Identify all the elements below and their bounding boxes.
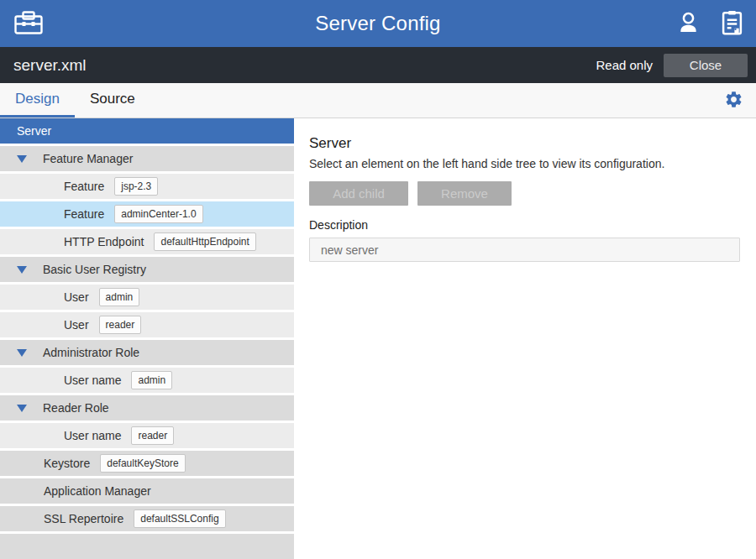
tab-design[interactable]: Design <box>0 83 75 118</box>
detail-instruction: Select an element on the left hand side … <box>309 157 740 170</box>
tree-item-badge: adminCenter-1.0 <box>114 205 202 223</box>
tree-items: Feature ManagerFeaturejsp-2.3Featureadmi… <box>0 146 294 531</box>
tab-bar: Design Source <box>0 83 756 118</box>
tree-item-ssl-repertoire-defaultsslconfig[interactable]: SSL RepertoiredefaultSSLConfig <box>0 506 294 531</box>
user-button[interactable] <box>677 11 700 37</box>
tree-item-user-admin[interactable]: Useradmin <box>0 285 294 310</box>
read-only-label: Read only <box>596 58 653 72</box>
tree-item-label: User name <box>64 374 121 387</box>
collapse-triangle-icon[interactable] <box>17 266 27 274</box>
tree-item-label: Feature <box>64 207 104 221</box>
description-label: Description <box>309 218 740 232</box>
tree-item-feature-jsp-2.3[interactable]: Featurejsp-2.3 <box>0 174 294 199</box>
add-child-button[interactable]: Add child <box>309 181 408 206</box>
tree-item-basic-user-registry[interactable]: Basic User Registry <box>0 257 294 282</box>
settings-button[interactable] <box>724 83 743 118</box>
tree-item-label: User <box>64 318 89 332</box>
tree-item-label: User name <box>64 429 121 442</box>
tree-item-administrator-role[interactable]: Administrator Role <box>0 340 294 365</box>
tree-item-label: Feature Manager <box>43 152 133 165</box>
toolbox-button[interactable] <box>13 9 44 39</box>
config-tree: Server Feature ManagerFeaturejsp-2.3Feat… <box>0 118 294 559</box>
tree-item-badge: defaultKeyStore <box>100 454 185 473</box>
app-header: Server Config <box>0 0 756 47</box>
file-bar: server.xml Read only Close <box>0 47 756 83</box>
tree-item-http-endpoint-defaulthttpendpoint[interactable]: HTTP EndpointdefaultHttpEndpoint <box>0 229 294 254</box>
tree-item-user-name-admin[interactable]: User nameadmin <box>0 368 294 393</box>
tree-item-keystore-defaultkeystore[interactable]: KeystoredefaultKeyStore <box>0 451 294 476</box>
tree-item-label: SSL Repertoire <box>44 512 123 525</box>
tree-item-application-manager[interactable]: Application Manager <box>0 478 294 504</box>
tree-item-label: Reader Role <box>43 401 109 415</box>
tree-item-server-root[interactable]: Server <box>0 118 294 144</box>
collapse-triangle-icon[interactable] <box>17 405 27 412</box>
tree-filler-row <box>0 534 294 559</box>
tree-item-badge: defaultHttpEndpoint <box>154 232 255 251</box>
tree-item-label: Administrator Role <box>43 346 139 359</box>
tree-item-label: HTTP Endpoint <box>64 235 144 248</box>
file-name: server.xml <box>13 56 87 75</box>
tab-source[interactable]: Source <box>75 83 150 118</box>
tree-item-user-name-reader[interactable]: User namereader <box>0 423 294 448</box>
page-title: Server Config <box>0 12 756 35</box>
tree-item-feature-manager[interactable]: Feature Manager <box>0 146 294 171</box>
tree-item-label: Keystore <box>44 457 90 470</box>
clipboard-icon <box>722 10 743 38</box>
tree-item-badge: reader <box>99 316 142 334</box>
gear-icon <box>724 90 743 112</box>
collapse-triangle-icon[interactable] <box>17 349 27 357</box>
remove-button[interactable]: Remove <box>417 181 512 206</box>
tree-item-reader-role[interactable]: Reader Role <box>0 395 294 421</box>
tree-item-feature-admincenter-1.0[interactable]: FeatureadminCenter-1.0 <box>0 201 294 227</box>
tree-item-badge: reader <box>131 426 174 445</box>
detail-panel: Server Select an element on the left han… <box>294 118 756 559</box>
toolbox-tools-button[interactable] <box>722 10 743 38</box>
tree-item-badge: admin <box>131 371 172 389</box>
tree-item-label: Server <box>17 124 51 138</box>
toolbox-icon <box>13 9 44 39</box>
tree-item-label: User <box>64 290 89 304</box>
tree-item-badge: jsp-2.3 <box>114 177 158 196</box>
tree-item-user-reader[interactable]: Userreader <box>0 312 294 337</box>
detail-heading: Server <box>309 135 740 152</box>
close-button[interactable]: Close <box>664 54 748 77</box>
tree-item-label: Basic User Registry <box>43 263 146 276</box>
tree-item-badge: admin <box>99 288 140 306</box>
user-icon <box>677 11 700 37</box>
tree-item-label: Feature <box>64 180 104 193</box>
collapse-triangle-icon[interactable] <box>17 155 27 163</box>
description-input[interactable] <box>309 238 740 262</box>
tree-item-badge: defaultSSLConfig <box>134 509 225 528</box>
tree-item-label: Application Manager <box>44 484 151 498</box>
